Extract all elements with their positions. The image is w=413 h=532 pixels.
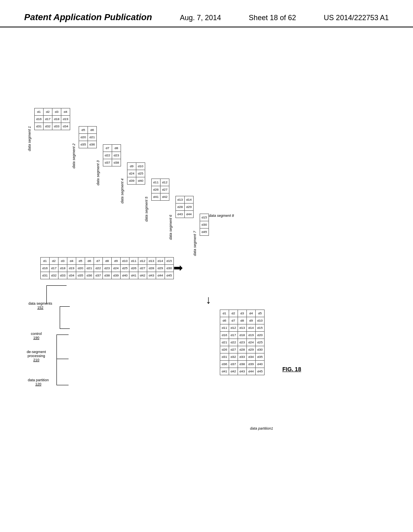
seg3-table: d7d8 d22d23 d37d38: [103, 144, 121, 166]
seg3-label: data segment 3: [96, 160, 100, 185]
fig-label: FIG. 18: [282, 366, 301, 372]
datapartition-ref-label: data partition120: [22, 378, 54, 386]
seg5-label: data segment 5: [144, 197, 148, 222]
publication-date: Aug. 7, 2014: [180, 14, 221, 22]
seg2-label: data segment 2: [72, 143, 76, 168]
seg6-label: data segment 6: [169, 215, 173, 240]
merged-table: d1d2d3d4d5d6d7d8d9d10d11d12d13d14d15 d16…: [40, 257, 174, 279]
data-partition1-label: data partition1: [250, 426, 273, 430]
sheet-info: Sheet 18 of 62: [249, 14, 296, 22]
arrow-right: ➡: [173, 261, 183, 274]
bracket-dataseg-v: [60, 306, 60, 328]
line-dataseg-h: [46, 285, 67, 286]
bracket-dataseg-h2: [60, 328, 70, 329]
seg1-table: d1d2d3d4 d16d17d18d19 d31d32d33d34: [34, 108, 70, 130]
seg1-label: data segment 1: [27, 126, 31, 151]
seg7-table: d15 d30 d45: [200, 214, 209, 236]
partition-table: d1d2d3d4d5 d6d7d8d9d10 d11d12d13d14d15 d…: [220, 310, 265, 375]
arrow-part-h: [56, 385, 69, 385]
seg5-table: d11d12 d26d27 d41d42: [151, 179, 169, 201]
patent-number: US 2014/222753 A1: [324, 14, 389, 22]
seg4-table: d9d10 d24d25 d39d40: [127, 162, 145, 185]
arrow-deseg-v: [56, 359, 57, 385]
main-content: data segment 1 d1d2d3d4 d16d17d18d19 d31…: [0, 27, 413, 527]
arrow-down: ↓: [206, 293, 211, 306]
line-dataseg: [46, 285, 47, 303]
publication-title: Patent Application Publication: [24, 12, 152, 23]
data-segments-label: data segments152: [24, 301, 56, 310]
seg8-label: data segment 8: [209, 214, 234, 218]
seg4-label: data segment 4: [120, 179, 124, 204]
arrow-control-h: [56, 335, 69, 335]
control-label: control190: [24, 332, 48, 340]
seg2-table: d5d6 d20d21 d35d36: [79, 126, 97, 148]
desegment-label: de-segmentprocessing210: [18, 350, 54, 362]
seg6-table: d13d14 d28d29 d43d44: [175, 196, 194, 218]
seg7-label: data segment 7: [193, 231, 197, 256]
bracket-dataseg-h1: [60, 306, 70, 307]
arrow-deseg-h: [56, 359, 69, 359]
arrow-control-v: [56, 335, 57, 359]
page-header: Patent Application Publication Aug. 7, 2…: [0, 0, 413, 27]
